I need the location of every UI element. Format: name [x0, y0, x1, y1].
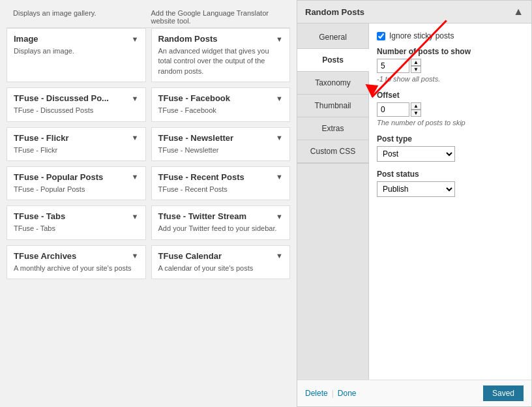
- ignore-sticky-checkbox[interactable]: [377, 32, 385, 40]
- widget-item-tfuse-discussed[interactable]: TFuse - Discussed Po... ▼ TFuse - Discus…: [7, 87, 146, 121]
- widget-item-tfuse-archives[interactable]: TFuse Archives ▼ A monthly archive of yo…: [7, 245, 146, 279]
- dropdown-arrow-random-posts[interactable]: ▼: [276, 35, 283, 43]
- num-posts-input[interactable]: [377, 59, 409, 73]
- num-posts-down-button[interactable]: ▼: [411, 66, 421, 73]
- widget-title-tfuse-recent: TFuse - Recent Posts: [158, 172, 244, 182]
- widget-title-tfuse-archives: TFuse Archives: [14, 251, 76, 261]
- widget-item-image[interactable]: Image ▼ Displays an image.: [7, 28, 146, 82]
- widget-desc-tfuse-calendar: A calendar of your site's posts: [158, 264, 284, 273]
- offset-group: Offset ▲ ▼ The number of posts to skip: [377, 91, 524, 127]
- widget-item-tfuse-flickr[interactable]: TFuse - Flickr ▼ TFuse - Flickr: [7, 127, 146, 161]
- widget-title-tfuse-newsletter: TFuse - Newsletter: [158, 133, 234, 143]
- widget-desc-tfuse-archives: A monthly archive of your site's posts: [14, 264, 139, 273]
- widget-title-random-posts: Random Posts: [158, 34, 218, 44]
- widget-item-tfuse-newsletter[interactable]: TFuse - Newsletter ▼ TFuse - Newsletter: [151, 127, 291, 161]
- delete-link[interactable]: Delete: [305, 389, 328, 398]
- widget-desc-tfuse-popular: TFuse - Popular Posts: [14, 185, 139, 194]
- widget-item-tfuse-facebook[interactable]: TFuse - Facebook ▼ TFuse - Facebook: [151, 87, 291, 121]
- widget-desc-tfuse-recent: TFuse - Recent Posts: [158, 185, 284, 194]
- ignore-sticky-row: Ignore sticky posts: [377, 31, 524, 40]
- offset-up-button[interactable]: ▲: [411, 102, 421, 110]
- tab-scrollbar[interactable]: [297, 163, 368, 171]
- widget-item-random-posts[interactable]: Random Posts ▼ An advanced widget that g…: [151, 28, 291, 82]
- dropdown-arrow-tfuse-twitter[interactable]: ▼: [276, 213, 283, 220]
- widget-item-tfuse-twitter[interactable]: Tfuse - Twitter Stream ▼ Add your Twitte…: [151, 205, 291, 239]
- offset-spinner: ▲ ▼: [411, 102, 421, 117]
- panel-tabs: General Posts Taxonomy Thumbnail Extras …: [297, 23, 369, 380]
- posts-tab-content: Ignore sticky posts Number of posts to s…: [369, 23, 531, 380]
- num-posts-hint: -1 to show all posts.: [377, 75, 524, 83]
- dropdown-arrow-tfuse-discussed[interactable]: ▼: [132, 95, 139, 102]
- dropdown-arrow-image[interactable]: ▼: [132, 35, 139, 43]
- num-posts-group: Number of posts to show ▲ ▼ -1 to show a…: [377, 47, 524, 83]
- num-posts-input-row: ▲ ▼: [377, 59, 524, 73]
- dropdown-arrow-tfuse-popular[interactable]: ▼: [132, 173, 139, 181]
- post-status-select[interactable]: Publish Draft Private: [377, 181, 455, 197]
- dropdown-arrow-tfuse-newsletter[interactable]: ▼: [276, 134, 283, 142]
- ignore-sticky-label: Ignore sticky posts: [389, 31, 454, 40]
- footer-separator: |: [332, 389, 334, 398]
- tab-custom-css[interactable]: Custom CSS: [297, 140, 368, 163]
- widget-title-tfuse-calendar: TFuse Calendar: [158, 251, 222, 261]
- num-posts-label: Number of posts to show: [377, 47, 524, 56]
- dropdown-arrow-tfuse-flickr[interactable]: ▼: [132, 134, 139, 142]
- panel-header: Random Posts ▲: [297, 1, 531, 23]
- dropdown-arrow-tfuse-archives[interactable]: ▼: [132, 252, 139, 260]
- widget-desc-tfuse-facebook: TFuse - Facebook: [158, 106, 284, 115]
- widget-title-tfuse-popular: TFuse - Popular Posts: [14, 172, 103, 182]
- top-bar-col2: Add the Google Language Translator websi…: [151, 9, 284, 25]
- widget-title-tfuse-discussed: TFuse - Discussed Po...: [14, 93, 109, 103]
- widget-title-tfuse-tabs: TFuse - Tabs: [14, 211, 65, 221]
- tab-thumbnail[interactable]: Thumbnail: [297, 95, 368, 117]
- widget-desc-tfuse-discussed: TFuse - Discussed Posts: [14, 106, 139, 115]
- dropdown-arrow-tfuse-recent[interactable]: ▼: [276, 173, 283, 181]
- tab-taxonomy[interactable]: Taxonomy: [297, 72, 368, 95]
- panel-footer: Delete | Done Saved: [297, 380, 531, 406]
- widget-desc-image: Displays an image.: [14, 46, 139, 56]
- num-posts-spinner: ▲ ▼: [411, 59, 421, 73]
- widget-item-tfuse-popular[interactable]: TFuse - Popular Posts ▼ TFuse - Popular …: [7, 166, 146, 200]
- widget-title-tfuse-flickr: TFuse - Flickr: [14, 133, 69, 143]
- widget-desc-tfuse-newsletter: TFuse - Newsletter: [158, 145, 284, 155]
- saved-button[interactable]: Saved: [483, 385, 524, 401]
- dropdown-arrow-tfuse-facebook[interactable]: ▼: [276, 95, 283, 102]
- widget-item-tfuse-recent[interactable]: TFuse - Recent Posts ▼ TFuse - Recent Po…: [151, 166, 291, 200]
- widget-desc-tfuse-tabs: TFuse - Tabs: [14, 224, 139, 234]
- post-status-group: Post status Publish Draft Private: [377, 170, 524, 197]
- tab-general[interactable]: General: [297, 26, 368, 49]
- panel-content: General Posts Taxonomy Thumbnail Extras …: [297, 23, 531, 380]
- widget-list: Displays an image gallery. Add the Googl…: [0, 0, 297, 407]
- dropdown-arrow-tfuse-tabs[interactable]: ▼: [132, 213, 139, 220]
- post-type-label: Post type: [377, 134, 524, 143]
- widget-title-tfuse-twitter: Tfuse - Twitter Stream: [158, 211, 247, 221]
- widget-desc-random-posts: An advanced widget that gives you total …: [158, 46, 284, 76]
- tab-posts[interactable]: Posts: [297, 49, 369, 72]
- tab-extras[interactable]: Extras: [297, 117, 368, 140]
- post-type-group: Post type Post Page Custom: [377, 134, 524, 162]
- top-bar: Displays an image gallery. Add the Googl…: [7, 7, 290, 28]
- widget-desc-tfuse-flickr: TFuse - Flickr: [14, 145, 139, 155]
- num-posts-up-button[interactable]: ▲: [411, 59, 421, 66]
- post-type-select[interactable]: Post Page Custom: [377, 146, 455, 162]
- panel-title: Random Posts: [305, 7, 364, 17]
- widget-item-tfuse-calendar[interactable]: TFuse Calendar ▼ A calendar of your site…: [151, 245, 291, 279]
- dropdown-arrow-tfuse-calendar[interactable]: ▼: [276, 252, 283, 260]
- widget-desc-tfuse-twitter: Add your Twitter feed to your sidebar.: [158, 224, 284, 234]
- panel-collapse-button[interactable]: ▲: [513, 6, 524, 18]
- offset-input-row: ▲ ▼: [377, 102, 524, 117]
- random-posts-panel: Random Posts ▲ General Posts Taxonomy Th…: [297, 0, 532, 407]
- offset-down-button[interactable]: ▼: [411, 110, 421, 117]
- top-bar-col1: Displays an image gallery.: [13, 9, 146, 25]
- widget-grid: Image ▼ Displays an image. Random Posts …: [7, 28, 290, 279]
- widget-item-tfuse-tabs[interactable]: TFuse - Tabs ▼ TFuse - Tabs: [7, 205, 146, 239]
- offset-hint: The number of posts to skip: [377, 119, 524, 127]
- done-link[interactable]: Done: [338, 389, 357, 398]
- widget-title-tfuse-facebook: TFuse - Facebook: [158, 93, 231, 103]
- post-status-label: Post status: [377, 170, 524, 179]
- offset-input[interactable]: [377, 102, 409, 117]
- offset-label: Offset: [377, 91, 524, 100]
- widget-title-image: Image: [14, 34, 38, 44]
